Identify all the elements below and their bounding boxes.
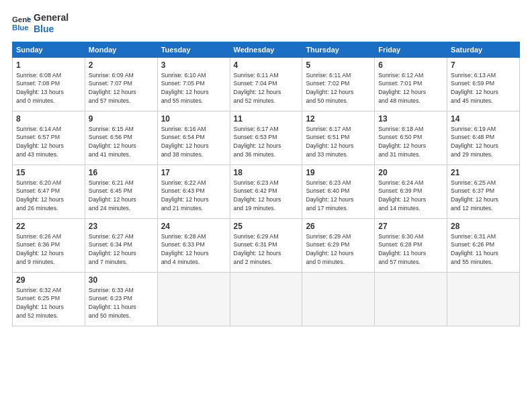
calendar-cell-empty	[230, 272, 302, 326]
calendar-cell-20: 20Sunrise: 6:24 AMSunset: 6:39 PMDayligh…	[375, 165, 447, 218]
day-number: 25	[234, 222, 299, 231]
calendar-cell-29: 29Sunrise: 6:32 AMSunset: 6:25 PMDayligh…	[13, 272, 85, 326]
day-number: 30	[89, 275, 154, 285]
day-number: 4	[234, 60, 299, 70]
calendar-header-sunday: Sunday	[13, 42, 85, 57]
day-info: Sunrise: 6:08 AMSunset: 7:08 PMDaylight:…	[16, 71, 81, 105]
calendar-cell-11: 11Sunrise: 6:17 AMSunset: 6:53 PMDayligh…	[230, 111, 302, 165]
calendar-cell-empty	[157, 272, 230, 326]
day-number: 15	[16, 168, 81, 177]
day-number: 22	[16, 222, 81, 231]
day-info: Sunrise: 6:29 AMSunset: 6:29 PMDaylight:…	[306, 232, 371, 267]
day-number: 5	[306, 60, 371, 70]
calendar-cell-27: 27Sunrise: 6:30 AMSunset: 6:28 PMDayligh…	[375, 218, 447, 272]
day-number: 16	[89, 168, 154, 177]
day-info: Sunrise: 6:31 AMSunset: 6:26 PMDaylight:…	[451, 232, 516, 267]
svg-text:Blue: Blue	[12, 23, 29, 31]
day-info: Sunrise: 6:12 AMSunset: 7:01 PMDaylight:…	[378, 71, 443, 105]
calendar-week-1: 1Sunrise: 6:08 AMSunset: 7:08 PMDaylight…	[13, 57, 520, 111]
day-info: Sunrise: 6:15 AMSunset: 6:56 PMDaylight:…	[89, 125, 154, 159]
calendar-cell-14: 14Sunrise: 6:19 AMSunset: 6:48 PMDayligh…	[447, 111, 520, 165]
calendar-cell-18: 18Sunrise: 6:23 AMSunset: 6:42 PMDayligh…	[230, 165, 302, 218]
day-number: 3	[161, 60, 226, 70]
calendar-header-row: SundayMondayTuesdayWednesdayThursdayFrid…	[13, 42, 520, 57]
calendar-cell-3: 3Sunrise: 6:10 AMSunset: 7:05 PMDaylight…	[157, 57, 230, 111]
day-number: 21	[451, 168, 516, 177]
day-number: 2	[89, 60, 154, 70]
day-number: 18	[234, 168, 299, 177]
day-info: Sunrise: 6:32 AMSunset: 6:25 PMDaylight:…	[16, 286, 81, 320]
calendar-cell-16: 16Sunrise: 6:21 AMSunset: 6:45 PMDayligh…	[85, 165, 157, 218]
calendar-cell-9: 9Sunrise: 6:15 AMSunset: 6:56 PMDaylight…	[85, 111, 157, 165]
calendar-cell-30: 30Sunrise: 6:33 AMSunset: 6:23 PMDayligh…	[85, 272, 157, 326]
day-info: Sunrise: 6:13 AMSunset: 6:59 PMDaylight:…	[451, 71, 516, 105]
day-info: Sunrise: 6:23 AMSunset: 6:42 PMDaylight:…	[234, 179, 299, 213]
day-number: 7	[451, 60, 516, 70]
calendar-header-thursday: Thursday	[302, 42, 375, 57]
calendar-cell-12: 12Sunrise: 6:17 AMSunset: 6:51 PMDayligh…	[302, 111, 375, 165]
day-number: 11	[234, 114, 299, 124]
day-number: 12	[306, 114, 371, 124]
day-info: Sunrise: 6:11 AMSunset: 7:04 PMDaylight:…	[234, 71, 299, 105]
calendar-cell-1: 1Sunrise: 6:08 AMSunset: 7:08 PMDaylight…	[13, 57, 85, 111]
calendar-cell-empty	[375, 272, 447, 326]
calendar-cell-28: 28Sunrise: 6:31 AMSunset: 6:26 PMDayligh…	[447, 218, 520, 272]
page: General Blue General Blue SundayMondayTu…	[0, 0, 532, 411]
calendar-week-2: 8Sunrise: 6:14 AMSunset: 6:57 PMDaylight…	[13, 111, 520, 165]
calendar-cell-26: 26Sunrise: 6:29 AMSunset: 6:29 PMDayligh…	[302, 218, 375, 272]
day-info: Sunrise: 6:10 AMSunset: 7:05 PMDaylight:…	[161, 71, 226, 105]
calendar-header-saturday: Saturday	[447, 42, 520, 57]
day-number: 26	[306, 222, 371, 231]
calendar-cell-4: 4Sunrise: 6:11 AMSunset: 7:04 PMDaylight…	[230, 57, 302, 111]
calendar-cell-24: 24Sunrise: 6:28 AMSunset: 6:33 PMDayligh…	[157, 218, 230, 272]
day-number: 20	[378, 168, 443, 177]
logo-blue: Blue	[34, 24, 69, 35]
calendar-week-3: 15Sunrise: 6:20 AMSunset: 6:47 PMDayligh…	[13, 165, 520, 218]
day-number: 10	[161, 114, 226, 124]
logo: General Blue General Blue	[12, 12, 69, 35]
calendar-cell-5: 5Sunrise: 6:11 AMSunset: 7:02 PMDaylight…	[302, 57, 375, 111]
day-number: 27	[378, 222, 443, 231]
calendar-cell-22: 22Sunrise: 6:26 AMSunset: 6:36 PMDayligh…	[13, 218, 85, 272]
day-info: Sunrise: 6:29 AMSunset: 6:31 PMDaylight:…	[234, 232, 299, 267]
calendar-table: SundayMondayTuesdayWednesdayThursdayFrid…	[12, 42, 520, 326]
calendar-cell-8: 8Sunrise: 6:14 AMSunset: 6:57 PMDaylight…	[13, 111, 85, 165]
day-number: 29	[16, 275, 81, 285]
day-number: 6	[378, 60, 443, 70]
day-number: 17	[161, 168, 226, 177]
logo-general: General	[34, 12, 69, 24]
day-number: 8	[16, 114, 81, 124]
calendar-cell-7: 7Sunrise: 6:13 AMSunset: 6:59 PMDaylight…	[447, 57, 520, 111]
day-info: Sunrise: 6:25 AMSunset: 6:37 PMDaylight:…	[451, 179, 516, 213]
day-info: Sunrise: 6:23 AMSunset: 6:40 PMDaylight:…	[306, 179, 371, 213]
day-info: Sunrise: 6:22 AMSunset: 6:43 PMDaylight:…	[161, 179, 226, 213]
day-number: 24	[161, 222, 226, 231]
day-info: Sunrise: 6:17 AMSunset: 6:53 PMDaylight:…	[234, 125, 299, 159]
day-number: 19	[306, 168, 371, 177]
calendar-header-monday: Monday	[85, 42, 157, 57]
day-info: Sunrise: 6:18 AMSunset: 6:50 PMDaylight:…	[378, 125, 443, 159]
day-info: Sunrise: 6:17 AMSunset: 6:51 PMDaylight:…	[306, 125, 371, 159]
day-info: Sunrise: 6:16 AMSunset: 6:54 PMDaylight:…	[161, 125, 226, 159]
day-info: Sunrise: 6:11 AMSunset: 7:02 PMDaylight:…	[306, 71, 371, 105]
calendar-cell-6: 6Sunrise: 6:12 AMSunset: 7:01 PMDaylight…	[375, 57, 447, 111]
calendar-header-wednesday: Wednesday	[230, 42, 302, 57]
calendar-header-tuesday: Tuesday	[157, 42, 230, 57]
calendar-cell-21: 21Sunrise: 6:25 AMSunset: 6:37 PMDayligh…	[447, 165, 520, 218]
day-info: Sunrise: 6:19 AMSunset: 6:48 PMDaylight:…	[451, 125, 516, 159]
day-info: Sunrise: 6:20 AMSunset: 6:47 PMDaylight:…	[16, 179, 81, 213]
calendar-cell-17: 17Sunrise: 6:22 AMSunset: 6:43 PMDayligh…	[157, 165, 230, 218]
day-info: Sunrise: 6:09 AMSunset: 7:07 PMDaylight:…	[89, 71, 154, 105]
day-info: Sunrise: 6:27 AMSunset: 6:34 PMDaylight:…	[89, 232, 154, 267]
day-info: Sunrise: 6:30 AMSunset: 6:28 PMDaylight:…	[378, 232, 443, 267]
calendar-week-5: 29Sunrise: 6:32 AMSunset: 6:25 PMDayligh…	[13, 272, 520, 326]
header: General Blue General Blue	[12, 12, 520, 35]
day-number: 14	[451, 114, 516, 124]
calendar-cell-25: 25Sunrise: 6:29 AMSunset: 6:31 PMDayligh…	[230, 218, 302, 272]
day-number: 23	[89, 222, 154, 231]
day-info: Sunrise: 6:24 AMSunset: 6:39 PMDaylight:…	[378, 179, 443, 213]
day-number: 1	[16, 60, 81, 70]
calendar-cell-empty	[302, 272, 375, 326]
calendar-cell-13: 13Sunrise: 6:18 AMSunset: 6:50 PMDayligh…	[375, 111, 447, 165]
day-number: 28	[451, 222, 516, 231]
